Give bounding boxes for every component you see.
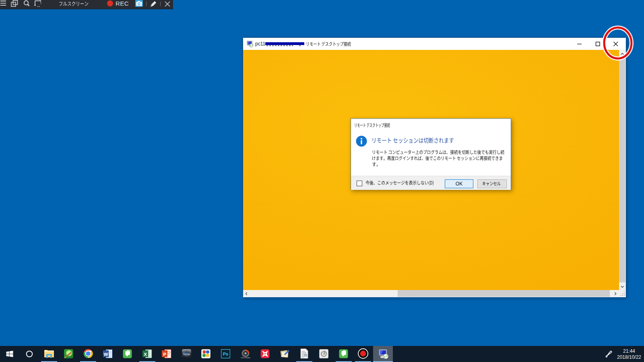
svg-text:P: P [163,352,166,357]
svg-text:Sirius: Sirius [183,352,190,356]
svg-text:X: X [144,352,147,357]
svg-text:W: W [104,352,108,357]
svg-text:PHOTOSCAPE: PHOTOSCAPE [241,357,250,359]
svg-text:Ps: Ps [223,352,228,356]
